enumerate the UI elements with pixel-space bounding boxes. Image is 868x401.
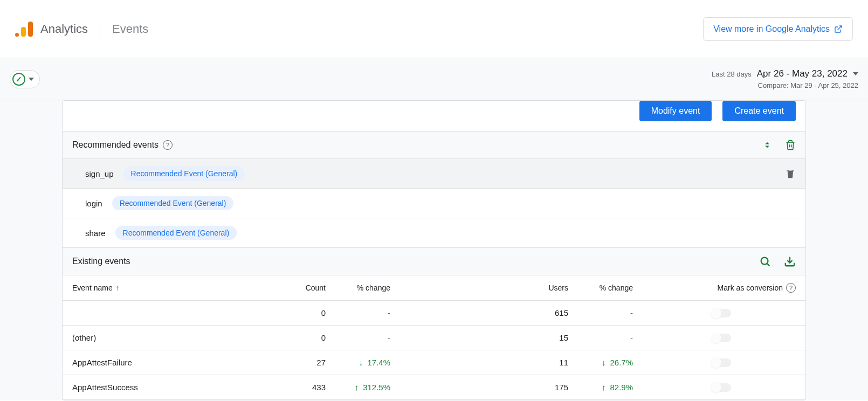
header-left: Analytics Events <box>15 22 148 37</box>
date-range-picker[interactable]: Last 28 days Apr 26 - May 23, 2022 Compa… <box>712 68 858 89</box>
cell-conversion-toggle <box>649 334 796 342</box>
cell-count: 27 <box>245 358 326 367</box>
arrow-down-icon: ↓ <box>359 358 363 367</box>
cell-event-name: (other) <box>72 333 245 342</box>
cell-users: 175 <box>407 383 568 392</box>
recommended-row-left: login Recommended Event (General) <box>85 196 233 210</box>
cell-users: 11 <box>407 358 568 367</box>
chevron-down-icon <box>853 72 858 75</box>
cell-change-count: ↓17.4% <box>326 358 407 367</box>
status-filter-chip[interactable]: ✓ <box>10 70 40 88</box>
cell-count: 0 <box>245 308 326 317</box>
card-actions: Modify event Create event <box>63 101 805 132</box>
recommended-event-name: share <box>85 229 106 238</box>
recommended-event-pill: Recommended Event (General) <box>112 196 234 210</box>
help-icon[interactable]: ? <box>786 283 796 293</box>
events-card: Modify event Create event Recommended ev… <box>62 100 806 400</box>
cell-change-users: - <box>568 308 649 317</box>
recommended-title-text: Recommended events <box>72 140 159 150</box>
date-range-value: Apr 26 - May 23, 2022 <box>757 68 848 79</box>
cell-change-count: - <box>326 308 407 317</box>
table-row[interactable]: AppAttestSuccess 433 ↑312.5% 175 ↑82.9% <box>63 375 805 400</box>
search-icon[interactable] <box>759 255 771 267</box>
col-header-change-count[interactable]: % change <box>326 284 407 292</box>
cell-change-count: - <box>326 333 407 342</box>
cell-conversion-toggle <box>649 358 796 367</box>
recommended-row-left: share Recommended Event (General) <box>85 226 237 240</box>
analytics-logo-icon <box>15 22 33 37</box>
svg-point-1 <box>761 258 768 265</box>
sort-ascending-icon: ↑ <box>116 284 120 292</box>
brand-label: Analytics <box>40 22 88 36</box>
cell-users: 15 <box>407 333 568 342</box>
cell-event-name: AppAttestFailure <box>72 358 245 367</box>
existing-table-header: Event name ↑ Count % change Users % chan… <box>63 275 805 301</box>
cell-change-users: ↑82.9% <box>568 383 649 392</box>
existing-actions <box>759 255 796 267</box>
col-header-count[interactable]: Count <box>245 284 326 292</box>
table-row[interactable]: 0 - 615 - <box>63 301 805 326</box>
recommended-section-header: Recommended events ? <box>63 132 805 159</box>
recommended-event-name: sign_up <box>85 169 114 178</box>
recommended-title: Recommended events ? <box>72 140 173 150</box>
date-period-label: Last 28 days <box>712 70 752 78</box>
cell-change-users: - <box>568 333 649 342</box>
delete-icon[interactable] <box>785 139 796 151</box>
delete-icon[interactable] <box>785 168 796 179</box>
col-header-name[interactable]: Event name ↑ <box>72 284 245 292</box>
expand-collapse-icon[interactable] <box>762 140 772 150</box>
download-icon[interactable] <box>784 255 796 267</box>
recommended-event-pill: Recommended Event (General) <box>115 226 237 240</box>
help-icon[interactable]: ? <box>163 140 173 150</box>
arrow-up-icon: ↑ <box>355 383 359 392</box>
content-area: Modify event Create event Recommended ev… <box>0 100 868 400</box>
recommended-event-row[interactable]: login Recommended Event (General) <box>63 189 805 218</box>
conversion-toggle[interactable] <box>712 309 731 317</box>
table-row[interactable]: AppAttestFailure 27 ↓17.4% 11 ↓26.7% <box>63 350 805 375</box>
chevron-down-icon <box>29 78 34 81</box>
modify-event-button[interactable]: Modify event <box>639 101 712 121</box>
existing-title: Existing events <box>72 257 130 266</box>
create-event-button[interactable]: Create event <box>722 101 796 121</box>
cell-event-name: AppAttestSuccess <box>72 383 245 392</box>
col-header-change-users[interactable]: % change <box>568 284 649 292</box>
arrow-down-icon: ↓ <box>602 358 606 367</box>
cell-change-count: ↑312.5% <box>326 383 407 392</box>
arrow-up-icon: ↑ <box>602 383 606 392</box>
conversion-toggle[interactable] <box>712 334 731 342</box>
cell-conversion-toggle <box>649 309 796 317</box>
svg-line-2 <box>767 264 769 266</box>
cell-users: 615 <box>407 308 568 317</box>
conversion-toggle[interactable] <box>712 358 731 367</box>
recommended-event-row[interactable]: share Recommended Event (General) <box>63 218 805 248</box>
view-more-button[interactable]: View more in Google Analytics <box>703 17 853 41</box>
date-compare-label: Compare: Mar 29 - Apr 25, 2022 <box>712 81 858 89</box>
top-header: Analytics Events View more in Google Ana… <box>0 0 868 58</box>
recommended-actions <box>762 139 796 151</box>
cell-conversion-toggle <box>649 383 796 392</box>
recommended-event-name: login <box>85 199 102 208</box>
recommended-event-row[interactable]: sign_up Recommended Event (General) <box>63 159 805 189</box>
col-header-conversion: Mark as conversion ? <box>649 283 796 293</box>
sub-toolbar: ✓ Last 28 days Apr 26 - May 23, 2022 Com… <box>0 58 868 100</box>
cell-count: 433 <box>245 383 326 392</box>
cell-change-users: ↓26.7% <box>568 358 649 367</box>
conversion-toggle[interactable] <box>712 383 731 392</box>
existing-section-header: Existing events <box>63 248 805 275</box>
recommended-event-pill: Recommended Event (General) <box>123 167 245 181</box>
external-link-icon <box>834 25 843 33</box>
table-row[interactable]: (other) 0 - 15 - <box>63 326 805 350</box>
cell-count: 0 <box>245 333 326 342</box>
status-check-icon: ✓ <box>12 73 25 86</box>
vertical-divider <box>100 22 100 37</box>
page-title: Events <box>112 22 148 36</box>
recommended-row-left: sign_up Recommended Event (General) <box>85 167 245 181</box>
svg-line-0 <box>838 26 842 30</box>
view-more-label: View more in Google Analytics <box>713 24 830 34</box>
col-header-users[interactable]: Users <box>407 284 568 292</box>
